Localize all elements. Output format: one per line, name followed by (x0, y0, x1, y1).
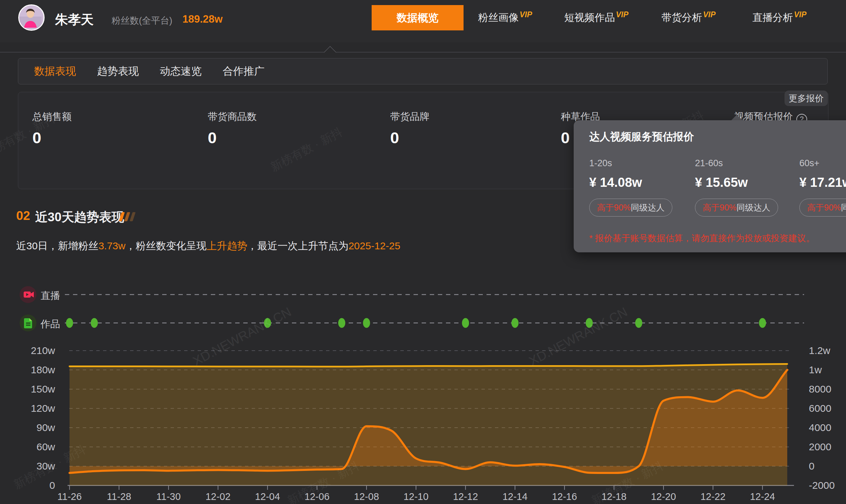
stat-seeding-works-value: 0 (561, 128, 570, 147)
top-header: 朱孝天 粉丝数(全平台) 189.28w 数据概览 粉丝画像VIP 短视频作品V… (0, 0, 846, 42)
x-axis-label: 12-06 (304, 491, 329, 502)
x-axis-label: 12-02 (205, 491, 230, 502)
x-axis-label: 11-30 (157, 491, 181, 502)
delta-area-fill (70, 370, 787, 473)
new-fans-value: 3.73w (98, 240, 125, 251)
tab-fans-portrait[interactable]: 粉丝画像VIP (478, 5, 532, 31)
works-post-dot[interactable] (759, 318, 766, 328)
works-post-dot[interactable] (635, 318, 642, 328)
tier-rank-badge: 高于90%同级达人 (589, 199, 672, 217)
fans-line (70, 364, 787, 366)
trend-summary: 近30日，新增粉丝3.73w，粉丝数变化呈现上升趋势，最近一次上升节点为2025… (16, 239, 400, 253)
stat-brand-count-value: 0 (390, 128, 399, 147)
section-number: 02 (16, 209, 30, 223)
left-axis-label: 30w (36, 461, 55, 472)
avatar[interactable] (18, 4, 44, 31)
works-post-dot[interactable] (462, 318, 469, 328)
watermark: 新榜有数 · 新抖 (589, 458, 666, 504)
x-axis-label: 12-24 (750, 491, 775, 502)
subtab-activity-overview[interactable]: 动态速览 (160, 64, 202, 78)
right-axis-label: 0 (809, 461, 814, 472)
left-axis-label: 90w (36, 422, 55, 433)
left-axis-label: 120w (31, 403, 55, 414)
vip-badge: VIP (703, 10, 716, 19)
header-divider (0, 52, 846, 52)
x-axis-label: 12-08 (354, 491, 379, 502)
works-legend-label: 作品 (40, 318, 60, 331)
watermark: XD.NEWRANK.CN (527, 305, 630, 369)
tier-price: ¥ 15.65w (695, 175, 796, 190)
vip-badge: VIP (616, 10, 628, 19)
watermark: XD.NEWRANK.CN (191, 305, 293, 369)
tab-data-overview[interactable]: 数据概览 (372, 5, 464, 31)
stat-total-sales-value: 0 (33, 128, 41, 147)
account-name: 朱孝天 (55, 11, 94, 29)
quote-tier: 1-20s ¥ 14.08w 高于90%同级达人 (589, 158, 690, 217)
watermark: 新榜有数 · 新抖 (285, 458, 362, 504)
rise-date: 2025-12-25 (348, 240, 400, 251)
left-axis-label: 0 (49, 480, 55, 491)
fans-count-label: 粉丝数(全平台) (111, 15, 172, 27)
tier-rank-badge: 高于90%同级达人 (799, 199, 846, 217)
tier-price: ¥ 14.08w (589, 175, 690, 190)
x-axis-label: 12-04 (255, 491, 280, 502)
section-marks-icon (120, 212, 134, 221)
works-post-dot[interactable] (586, 318, 593, 328)
x-axis-label: 12-22 (700, 491, 725, 502)
tab-ecommerce-analysis[interactable]: 带货分析VIP (662, 5, 716, 31)
left-axis-label: 180w (31, 364, 55, 375)
works-post-dot[interactable] (91, 318, 98, 328)
avatar-image (19, 5, 41, 28)
live-legend-label: 直播 (40, 289, 60, 303)
stat-product-count-value: 0 (208, 128, 217, 147)
tier-duration: 60s+ (799, 158, 846, 168)
tab-short-video-works[interactable]: 短视频作品VIP (564, 5, 628, 31)
works-post-dot[interactable] (264, 318, 271, 328)
vip-badge: VIP (794, 10, 807, 19)
x-axis-label: 11-28 (107, 491, 131, 502)
left-axis-label: 150w (31, 383, 55, 395)
tooltip-disclaimer: * 报价基于账号数据估算，请勿直接作为投放或投资建议。 (589, 232, 814, 244)
right-axis-label: 4000 (809, 422, 831, 433)
tier-duration: 1-20s (589, 158, 690, 168)
x-axis-label: 12-14 (502, 491, 527, 502)
fans-area-fill (70, 364, 787, 485)
x-axis-label: 12-10 (403, 491, 428, 502)
x-axis-label: 12-16 (552, 491, 577, 502)
works-post-dot[interactable] (511, 318, 519, 328)
works-post-dot[interactable] (338, 318, 345, 328)
fans-count-value: 189.28w (182, 13, 223, 25)
tooltip-title: 达人视频服务预估报价 (589, 130, 694, 144)
subtab-trend-performance[interactable]: 趋势表现 (97, 64, 139, 78)
right-axis-label: 6000 (809, 403, 831, 414)
quote-tier: 60s+ ¥ 17.21w 高于90%同级达人 (799, 158, 846, 217)
left-axis-label: 210w (31, 345, 55, 356)
x-axis-label: 12-18 (601, 491, 626, 502)
more-quotes-button[interactable]: 更多报价 (785, 91, 828, 106)
delta-line (70, 370, 787, 473)
works-post-dot[interactable] (363, 318, 370, 328)
subtab-data-performance[interactable]: 数据表现 (34, 64, 76, 78)
tier-duration: 21-60s (695, 158, 796, 168)
tab-live-analysis[interactable]: 直播分析VIP (752, 5, 807, 31)
right-axis-label: 1w (809, 364, 822, 375)
stat-total-sales-label: 总销售额 (33, 110, 72, 124)
live-icon (20, 286, 36, 303)
tier-price: ¥ 17.21w (799, 175, 846, 190)
section-title: 近30天趋势表现 (35, 209, 124, 226)
subtab-cooperation-promo[interactable]: 合作推广 (223, 64, 265, 78)
right-axis-label: 8000 (809, 383, 831, 395)
x-axis-label: 12-12 (453, 491, 478, 502)
vip-badge: VIP (520, 10, 532, 19)
left-axis-label: 60w (36, 441, 55, 452)
subtab-bar: 数据表现 趋势表现 动态速览 合作推广 (18, 58, 828, 85)
stat-brand-count-label: 带货品牌 (390, 110, 429, 124)
tier-rank-badge: 高于90%同级达人 (695, 199, 778, 217)
x-axis-label: 11-26 (57, 491, 82, 502)
quote-tier: 21-60s ¥ 15.65w 高于90%同级达人 (695, 158, 796, 217)
right-axis-label: -2000 (809, 480, 835, 491)
works-post-dot[interactable] (66, 318, 73, 328)
x-axis-label: 12-20 (651, 491, 676, 502)
works-icon (20, 314, 36, 331)
right-axis-label: 1.2w (809, 345, 830, 356)
